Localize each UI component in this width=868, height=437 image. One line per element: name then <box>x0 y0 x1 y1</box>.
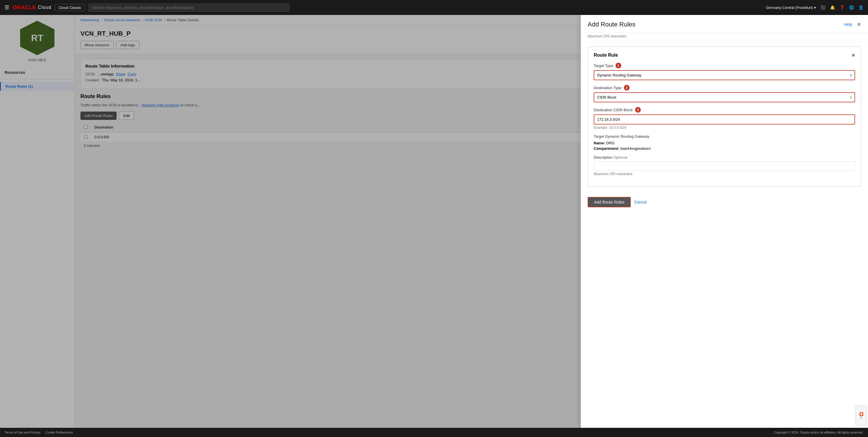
route-rule-card-title: Route Rule ✕ <box>594 53 855 58</box>
oracle-text: ORACLE <box>13 5 36 11</box>
route-rule-card: Route Rule ✕ Target Type 1 Dynamic Routi… <box>588 47 861 186</box>
add-route-rules-button[interactable]: Add Route Rules <box>588 197 631 207</box>
slide-panel-footer: Add Route Rules Cancel <box>581 191 868 213</box>
target-type-group: Target Type 1 Dynamic Routing Gateway <box>594 63 855 80</box>
target-type-label: Target Type 1 <box>594 63 855 68</box>
description-label: Description Optional <box>594 155 855 159</box>
slide-panel-header: Add Route Rules Help ✕ <box>581 15 868 33</box>
destination-cidr-badge: 3 <box>635 107 641 113</box>
slide-panel-title: Add Route Rules <box>588 21 636 28</box>
description-max-chars: Maximum 255 characters <box>594 172 855 176</box>
help-widget-icon: 🛟 <box>859 412 864 416</box>
target-drg-label: Target Dynamic Routing Gateway <box>594 134 855 139</box>
help-icon[interactable]: ❓ <box>840 5 844 10</box>
cloud-text: Cloud <box>38 5 52 10</box>
drg-compartment-row: Compartment: IwanHoogendoorn <box>594 146 855 151</box>
globe-icon[interactable]: 🌐 <box>849 5 854 10</box>
drg-name-label: Name: <box>594 141 605 145</box>
slide-panel: Add Route Rules Help ✕ Maximum 255 chara… <box>581 15 868 428</box>
drg-compartment-label: Compartment: <box>594 146 619 151</box>
card-close-icon[interactable]: ✕ <box>851 53 855 58</box>
hamburger-menu-icon[interactable]: ☰ <box>5 4 9 11</box>
optional-label: Optional <box>614 155 627 159</box>
add-route-rules-label: Add Route Rules <box>594 200 624 204</box>
description-group: Description Optional Maximum 255 charact… <box>594 155 855 176</box>
oracle-logo: ORACLE Cloud <box>13 5 52 11</box>
destination-type-label: Destination Type 2 <box>594 85 855 91</box>
destination-cidr-hint: Example: 10.0.0.0/24 <box>594 126 855 130</box>
max-chars-hint-top: Maximum 255 characters <box>581 33 868 42</box>
top-navigation: ☰ ORACLE Cloud Cloud Classic Germany Cen… <box>0 0 868 15</box>
drg-name-value: DRG <box>606 141 614 145</box>
drg-compartment-value: IwanHoogendoorn <box>620 146 651 151</box>
destination-type-select-wrapper: CIDR Block <box>594 92 855 103</box>
console-icon[interactable]: ⬛ <box>820 5 826 10</box>
destination-type-badge: 2 <box>624 85 629 91</box>
user-icon[interactable]: 👤 <box>859 5 863 10</box>
destination-type-group: Destination Type 2 CIDR Block <box>594 85 855 103</box>
search-input[interactable] <box>89 3 289 12</box>
chevron-down-icon: ▾ <box>814 5 816 10</box>
cancel-button[interactable]: Cancel <box>634 200 647 204</box>
target-type-select[interactable]: Dynamic Routing Gateway <box>594 70 855 80</box>
bell-icon[interactable]: 🔔 <box>830 5 835 10</box>
destination-cidr-label: Destination CIDR Block 3 <box>594 107 855 113</box>
help-widget-label: ⠿ <box>860 416 862 419</box>
region-label: Germany Central (Frankfurt) <box>766 5 813 10</box>
region-selector[interactable]: Germany Central (Frankfurt) ▾ <box>766 5 816 10</box>
target-drg-info: Target Dynamic Routing Gateway Name: DRG… <box>594 134 855 151</box>
target-type-select-wrapper: Dynamic Routing Gateway <box>594 70 855 80</box>
close-icon[interactable]: ✕ <box>857 21 861 28</box>
help-widget[interactable]: 🛟 ⠿ <box>855 405 867 426</box>
destination-type-select[interactable]: CIDR Block <box>594 92 855 103</box>
target-type-badge: 1 <box>616 63 621 68</box>
description-input[interactable] <box>594 161 855 171</box>
cloud-classic-button[interactable]: Cloud Classic <box>55 4 85 11</box>
drg-name-row: Name: DRG <box>594 141 855 145</box>
nav-right: Germany Central (Frankfurt) ▾ ⬛ 🔔 ❓ 🌐 👤 <box>766 5 863 10</box>
destination-cidr-group: Destination CIDR Block 3 Example: 10.0.0… <box>594 107 855 130</box>
help-link[interactable]: Help <box>844 22 852 27</box>
destination-cidr-input[interactable] <box>594 114 855 124</box>
